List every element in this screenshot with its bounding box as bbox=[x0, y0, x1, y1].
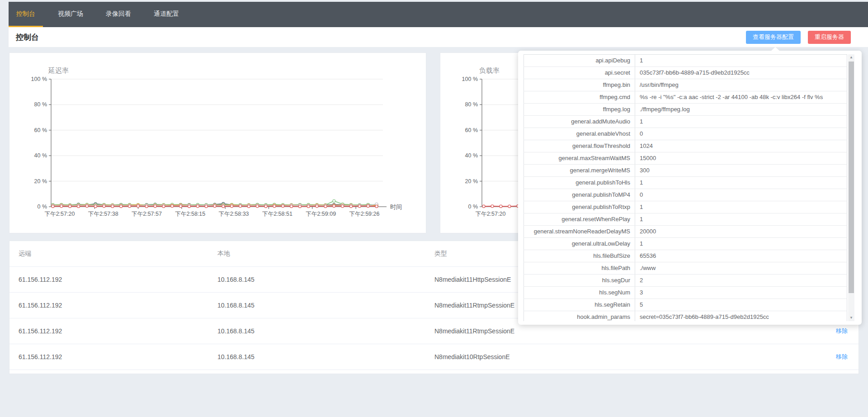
config-value: 1 bbox=[635, 177, 847, 189]
config-value: 300 bbox=[635, 165, 847, 177]
nav-tab-3[interactable]: 通道配置 bbox=[146, 2, 187, 27]
config-key: general.streamNoneReaderDelayMS bbox=[524, 226, 635, 238]
cell-remote: 61.156.112.192 bbox=[9, 353, 217, 360]
config-key: general.publishToMP4 bbox=[524, 189, 635, 201]
cell-local: 10.168.8.145 bbox=[217, 353, 434, 360]
config-row: hls.segRetain5 bbox=[524, 299, 847, 311]
cell-local: 10.168.8.145 bbox=[217, 276, 434, 283]
svg-text:60 %: 60 % bbox=[465, 127, 478, 133]
config-key: hls.segDur bbox=[524, 275, 635, 287]
svg-text:下午2:57:38: 下午2:57:38 bbox=[88, 211, 118, 217]
config-value: 1 bbox=[635, 238, 847, 250]
config-row: general.addMuteAudio1 bbox=[524, 116, 847, 128]
scroll-down-icon[interactable]: ▼ bbox=[848, 315, 854, 321]
header-actions: 查看服务器配置 重启服务器 bbox=[746, 31, 851, 44]
config-key: general.mergeWriteMS bbox=[524, 165, 635, 177]
svg-text:下午2:59:26: 下午2:59:26 bbox=[349, 211, 380, 217]
cell-remote: 61.156.112.192 bbox=[9, 327, 217, 335]
svg-text:下午2:58:51: 下午2:58:51 bbox=[262, 211, 292, 217]
config-value: 15000 bbox=[635, 152, 847, 165]
config-row: general.publishToMP40 bbox=[524, 189, 847, 201]
popup-arrow bbox=[771, 47, 779, 51]
column-header-remote: 远端 bbox=[9, 250, 217, 258]
config-row: ffmpeg.log./ffmpeg/ffmpeg.log bbox=[524, 104, 847, 116]
svg-text:下午2:57:20: 下午2:57:20 bbox=[476, 211, 506, 217]
latency-chart-card: 延迟率100 %80 %60 %40 %20 %0 %下午2:57:20下午2:… bbox=[9, 52, 426, 233]
scroll-up-icon[interactable]: ▲ bbox=[848, 54, 854, 61]
svg-text:40 %: 40 % bbox=[465, 152, 478, 159]
config-row: general.flowThreshold1024 bbox=[524, 140, 847, 152]
config-key: hook.admin_params bbox=[524, 311, 635, 322]
column-header-local: 本地 bbox=[217, 250, 434, 258]
nav-tab-1[interactable]: 视频广场 bbox=[50, 2, 91, 27]
config-key: general.publishToRtxp bbox=[524, 201, 635, 213]
remove-link[interactable]: 移除 bbox=[836, 353, 848, 360]
cell-local: 10.168.8.145 bbox=[217, 302, 434, 309]
config-row: general.enableVhost0 bbox=[524, 128, 847, 140]
svg-text:延迟率: 延迟率 bbox=[48, 66, 69, 74]
config-row: hls.segNum3 bbox=[524, 287, 847, 299]
page-title: 控制台 bbox=[12, 32, 39, 43]
config-row: hls.fileBufSize65536 bbox=[524, 250, 847, 262]
svg-text:100 %: 100 % bbox=[31, 76, 47, 82]
svg-text:下午2:59:09: 下午2:59:09 bbox=[306, 211, 336, 217]
config-value: ./ffmpeg/ffmpeg.log bbox=[635, 104, 847, 116]
cell-type: N8mediakit10RtpSessionE bbox=[434, 353, 809, 360]
config-key: api.apiDebug bbox=[524, 55, 635, 67]
nav-tab-2[interactable]: 录像回看 bbox=[98, 2, 139, 27]
config-key: hls.fileBufSize bbox=[524, 250, 635, 262]
remove-link[interactable]: 移除 bbox=[836, 327, 848, 334]
config-table-wrapper: api.apiDebug1api.secret035c73f7-bb6b-488… bbox=[524, 54, 847, 321]
config-key: general.ultraLowDelay bbox=[524, 238, 635, 250]
svg-text:0 %: 0 % bbox=[468, 204, 478, 210]
config-key: general.enableVhost bbox=[524, 128, 635, 140]
top-nav: 控制台视频广场录像回看通道配置 bbox=[9, 2, 868, 27]
config-row: general.publishToRtxp1 bbox=[524, 201, 847, 213]
config-row: general.streamNoneReaderDelayMS20000 bbox=[524, 226, 847, 238]
svg-text:负载率: 负载率 bbox=[479, 66, 500, 74]
view-server-config-button[interactable]: 查看服务器配置 bbox=[746, 31, 801, 44]
nav-tab-0[interactable]: 控制台 bbox=[9, 2, 43, 27]
config-row: ffmpeg.cmd%s -re -i "%s" -c:a aac -stric… bbox=[524, 91, 847, 104]
config-value: 65536 bbox=[635, 250, 847, 262]
config-key: hls.segNum bbox=[524, 287, 635, 299]
scrollbar-thumb[interactable] bbox=[849, 62, 854, 293]
config-key: general.publishToHls bbox=[524, 177, 635, 189]
config-row: api.apiDebug1 bbox=[524, 55, 847, 67]
svg-text:下午2:58:33: 下午2:58:33 bbox=[219, 211, 249, 217]
config-key: ffmpeg.log bbox=[524, 104, 635, 116]
config-row: general.resetWhenRePlay1 bbox=[524, 213, 847, 226]
svg-text:100 %: 100 % bbox=[462, 76, 478, 82]
config-value: ./www bbox=[635, 262, 847, 275]
svg-text:80 %: 80 % bbox=[34, 101, 47, 108]
config-key: ffmpeg.cmd bbox=[524, 91, 635, 104]
config-value: /usr/bin/ffmpeg bbox=[635, 79, 847, 91]
svg-text:20 %: 20 % bbox=[34, 178, 47, 185]
config-key: hls.segRetain bbox=[524, 299, 635, 311]
config-row: general.maxStreamWaitMS15000 bbox=[524, 152, 847, 165]
config-row: ffmpeg.bin/usr/bin/ffmpeg bbox=[524, 79, 847, 91]
config-scrollbar[interactable]: ▲ ▼ bbox=[848, 54, 854, 321]
config-row: general.ultraLowDelay1 bbox=[524, 238, 847, 250]
config-key: ffmpeg.bin bbox=[524, 79, 635, 91]
config-key: general.addMuteAudio bbox=[524, 116, 635, 128]
config-row: hook.admin_paramssecret=035c73f7-bb6b-48… bbox=[524, 311, 847, 322]
config-value: 20000 bbox=[635, 226, 847, 238]
config-row: hls.filePath./www bbox=[524, 262, 847, 275]
cell-remote: 61.156.112.192 bbox=[9, 302, 217, 309]
config-key: general.maxStreamWaitMS bbox=[524, 152, 635, 165]
config-row: general.mergeWriteMS300 bbox=[524, 165, 847, 177]
config-value: 035c73f7-bb6b-4889-a715-d9eb2d1925cc bbox=[635, 67, 847, 79]
config-row: general.publishToHls1 bbox=[524, 177, 847, 189]
latency-chart-svg: 延迟率100 %80 %60 %40 %20 %0 %下午2:57:20下午2:… bbox=[9, 53, 426, 234]
config-value: 1 bbox=[635, 116, 847, 128]
svg-text:80 %: 80 % bbox=[465, 101, 478, 108]
config-key: api.secret bbox=[524, 67, 635, 79]
cell-type: N8mediakit11RtmpSessionE bbox=[434, 327, 809, 335]
cell-local: 10.168.8.145 bbox=[217, 327, 434, 335]
restart-server-button[interactable]: 重启服务器 bbox=[808, 31, 851, 44]
table-row: 61.156.112.19210.168.8.145N8mediakit10Rt… bbox=[9, 344, 859, 370]
config-key: general.resetWhenRePlay bbox=[524, 213, 635, 226]
config-value: 3 bbox=[635, 287, 847, 299]
svg-text:下午2:57:57: 下午2:57:57 bbox=[132, 211, 162, 217]
